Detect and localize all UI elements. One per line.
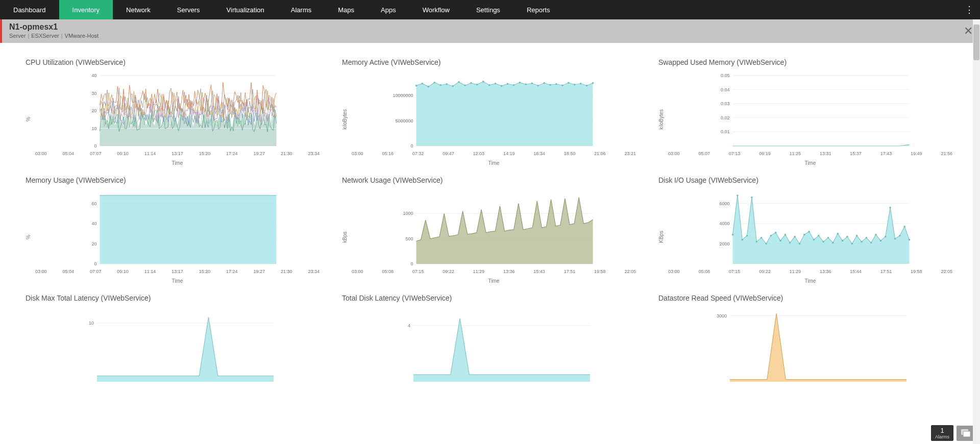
svg-point-35 [531, 82, 533, 84]
svg-point-91 [803, 234, 805, 236]
svg-point-81 [755, 241, 757, 243]
svg-point-30 [501, 85, 503, 87]
svg-point-97 [832, 242, 834, 244]
svg-point-37 [543, 82, 545, 84]
svg-point-107 [880, 240, 882, 242]
nav-item-workflow[interactable]: Workflow [409, 0, 463, 19]
svg-point-109 [889, 207, 891, 209]
svg-point-44 [586, 85, 588, 87]
page-title: N1-opmesx1 [9, 22, 973, 32]
svg-text:0: 0 [410, 143, 413, 149]
svg-point-79 [746, 235, 748, 237]
chart-title: CPU Utilization (VIWebService) [26, 58, 322, 66]
svg-point-111 [899, 235, 901, 237]
chart-xticks: 03:0005:1607:3209:4712:0314:1916:3418:50… [350, 151, 638, 156]
chart-plot[interactable]: 05001000 [350, 190, 638, 267]
svg-point-112 [903, 226, 905, 228]
chart-xlabel: Time [350, 278, 638, 284]
nav-item-dashboard[interactable]: Dashboard [0, 0, 59, 19]
chart-ylabel: % [26, 72, 31, 166]
svg-point-80 [751, 196, 753, 199]
scrollbar-thumb[interactable] [973, 24, 979, 60]
nav-item-settings[interactable]: Settings [463, 0, 513, 19]
svg-point-21 [446, 83, 448, 85]
svg-point-105 [870, 242, 872, 244]
nav-item-virtualization[interactable]: Virtualization [213, 0, 278, 19]
chart-ylabel: % [26, 190, 31, 284]
chart-panel: Network Usage (VIWebService)kBps05001000… [342, 176, 638, 284]
nav-item-alarms[interactable]: Alarms [278, 0, 325, 19]
chat-icon[interactable] [957, 426, 975, 441]
chart-plot[interactable]: 0.010.020.030.040.05 [666, 72, 954, 149]
svg-point-34 [525, 83, 527, 85]
close-icon[interactable]: ✕ [964, 24, 973, 38]
svg-rect-121 [963, 431, 970, 437]
svg-point-19 [433, 82, 435, 84]
nav-item-servers[interactable]: Servers [164, 0, 213, 19]
chart-title: Network Usage (VIWebService) [342, 176, 638, 184]
svg-point-29 [495, 83, 497, 85]
breadcrumb-item[interactable]: Server [9, 33, 26, 39]
svg-text:40: 40 [91, 73, 96, 78]
svg-point-108 [885, 236, 887, 238]
chart-plot[interactable]: 0204060 [33, 190, 322, 267]
svg-point-16 [415, 85, 418, 87]
svg-point-100 [846, 236, 848, 238]
svg-point-26 [476, 84, 478, 86]
chart-ylabel: kiloBytes [342, 72, 348, 166]
chart-title: Total Disk Latency (VIWebService) [342, 294, 638, 302]
nav-item-reports[interactable]: Reports [513, 0, 564, 19]
chart-xticks: 03:0005:0807:1509:2211:2913:3615:4417:51… [666, 269, 954, 274]
chart-plot[interactable]: 200040006000 [666, 190, 954, 267]
svg-point-98 [837, 233, 839, 235]
svg-point-78 [741, 239, 743, 241]
svg-text:6000: 6000 [719, 201, 729, 206]
chart-xticks: 03:0005:0407:0709:1011:1413:1715:2017:24… [33, 269, 322, 274]
scrollbar[interactable] [973, 19, 980, 442]
svg-point-103 [861, 241, 863, 243]
chart-title: Memory Active (VIWebService) [342, 58, 638, 66]
chart-plot[interactable]: 10 [28, 308, 322, 385]
svg-point-36 [537, 85, 539, 87]
svg-point-42 [574, 84, 576, 86]
breadcrumb-item[interactable]: VMware-Host [65, 33, 99, 39]
breadcrumb-item[interactable]: ESXServer [31, 33, 59, 39]
svg-text:0.04: 0.04 [721, 87, 730, 92]
svg-point-38 [549, 84, 551, 86]
chart-xlabel: Time [33, 278, 322, 284]
nav-item-network[interactable]: Network [113, 0, 164, 19]
svg-text:4: 4 [408, 323, 410, 328]
chart-title: Swapped Used Memory (VIWebService) [658, 58, 954, 66]
svg-point-28 [488, 84, 491, 86]
svg-point-39 [555, 83, 557, 85]
chart-xlabel: Time [666, 160, 954, 166]
svg-point-25 [470, 82, 472, 84]
alarms-badge[interactable]: 1 Alarms [931, 425, 953, 441]
chart-plot[interactable]: 0500000010000000 [350, 72, 638, 149]
svg-point-88 [789, 242, 791, 244]
main-scroll-area: CPU Utilization (VIWebService)%010203040… [0, 43, 980, 442]
chart-panel: Memory Active (VIWebService)kiloBytes050… [342, 58, 638, 166]
svg-point-102 [856, 235, 858, 237]
chart-plot[interactable]: 3000 [660, 308, 954, 385]
svg-text:0.05: 0.05 [721, 73, 730, 78]
svg-point-89 [794, 236, 796, 238]
svg-point-82 [761, 237, 763, 239]
chart-plot[interactable]: 4 [344, 308, 638, 385]
svg-point-76 [732, 234, 734, 236]
svg-point-86 [779, 240, 781, 242]
svg-text:10: 10 [91, 126, 96, 131]
svg-text:20: 20 [91, 108, 96, 113]
kebab-menu-icon[interactable]: ⋮ [965, 0, 974, 19]
nav-tabs: DashboardInventoryNetworkServersVirtuali… [0, 0, 563, 19]
svg-text:40: 40 [91, 221, 96, 226]
nav-item-maps[interactable]: Maps [325, 0, 368, 19]
nav-item-apps[interactable]: Apps [368, 0, 409, 19]
svg-point-84 [770, 235, 772, 237]
nav-item-inventory[interactable]: Inventory [59, 0, 113, 19]
chart-plot[interactable]: 010203040 [33, 72, 322, 149]
svg-text:10: 10 [89, 320, 94, 326]
svg-point-43 [580, 83, 582, 85]
svg-point-83 [765, 243, 767, 245]
svg-point-92 [808, 231, 810, 233]
